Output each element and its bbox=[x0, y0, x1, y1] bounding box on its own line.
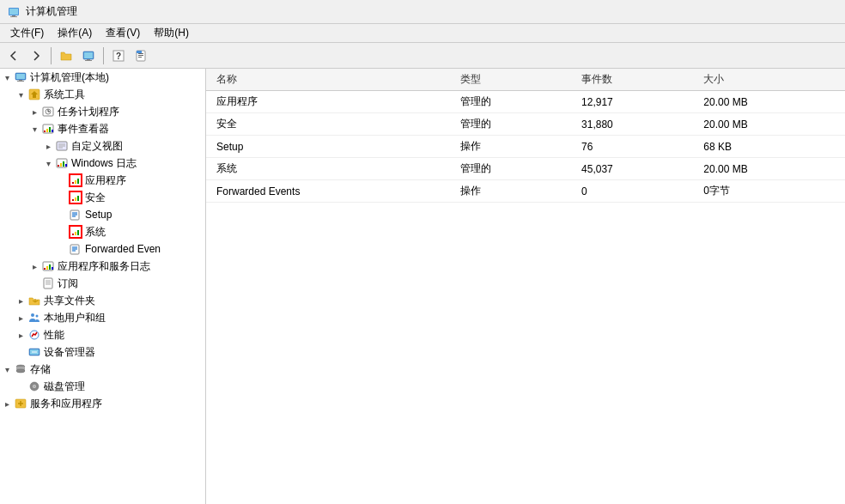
tools-icon bbox=[27, 88, 41, 101]
tree-node-windows-log[interactable]: ▾ Windows 日志 bbox=[0, 155, 205, 172]
system-log-label: 系统 bbox=[85, 225, 106, 240]
tree-node-subscription[interactable]: ▸ 订阅 bbox=[0, 275, 205, 292]
svg-rect-25 bbox=[44, 131, 46, 132]
svg-rect-73 bbox=[32, 351, 37, 353]
back-button[interactable] bbox=[3, 46, 24, 65]
tree-node-forwarded[interactable]: ▸ Forwarded Even bbox=[0, 240, 205, 258]
device-manager-label: 设备管理器 bbox=[44, 345, 95, 360]
storage-label: 存储 bbox=[30, 362, 51, 377]
windows-log-icon bbox=[55, 156, 69, 170]
monitor-button[interactable] bbox=[78, 46, 99, 65]
tree-node-event-viewer[interactable]: ▾ 事件查看器 bbox=[0, 120, 205, 137]
cell-events-1: 31,880 bbox=[571, 113, 693, 136]
cell-size-4: 0字节 bbox=[693, 180, 845, 203]
expand-custom-views[interactable]: ▸ bbox=[41, 142, 55, 151]
cell-events-3: 45,037 bbox=[571, 158, 693, 180]
expand-shared[interactable]: ▸ bbox=[14, 296, 27, 306]
tree-node-security-log[interactable]: ▸ 安全 bbox=[0, 189, 205, 206]
cell-name-3: 系统 bbox=[206, 158, 450, 180]
menu-bar: 文件(F) 操作(A) 查看(V) 帮助(H) bbox=[0, 24, 845, 43]
cell-type-0: 管理的 bbox=[450, 91, 571, 113]
expand-system-tools[interactable]: ▾ bbox=[14, 90, 27, 100]
expand-users[interactable]: ▸ bbox=[14, 313, 27, 323]
menu-view[interactable]: 查看(V) bbox=[99, 24, 147, 42]
tree-node-performance[interactable]: ▸ 性能 bbox=[0, 326, 205, 343]
svg-rect-60 bbox=[46, 266, 48, 270]
expand-windows-log[interactable]: ▾ bbox=[41, 159, 55, 168]
main-layout: ▾ 计算机管理(本地) ▾ 系统工具 bbox=[0, 69, 845, 504]
table-row[interactable]: 系统管理的45,03720.00 MB bbox=[206, 158, 845, 180]
app-service-label: 应用程序和服务日志 bbox=[58, 259, 150, 274]
tree-node-storage[interactable]: ▾ 存储 bbox=[0, 361, 205, 378]
tree-node-shared-folder[interactable]: ▸ 共享文件夹 bbox=[0, 292, 205, 309]
svg-rect-14 bbox=[137, 51, 142, 53]
properties-button[interactable] bbox=[131, 46, 151, 65]
svg-rect-13 bbox=[138, 57, 142, 58]
svg-rect-39 bbox=[72, 182, 74, 184]
cell-name-2: Setup bbox=[206, 136, 450, 158]
table-row[interactable]: 应用程序管理的12,91720.00 MB bbox=[206, 91, 845, 113]
tree-node-custom-views[interactable]: ▸ 自定义视图 bbox=[0, 137, 205, 155]
svg-rect-12 bbox=[138, 55, 143, 56]
expand-perf[interactable]: ▸ bbox=[14, 331, 27, 340]
svg-rect-45 bbox=[77, 196, 79, 201]
svg-rect-36 bbox=[63, 161, 64, 167]
tree-node-device-manager[interactable]: ▸ 设备管理器 bbox=[0, 343, 205, 361]
cell-size-2: 68 KB bbox=[693, 136, 845, 158]
performance-label: 性能 bbox=[44, 328, 64, 343]
table-row[interactable]: Setup操作7668 KB bbox=[206, 136, 845, 158]
col-header-name[interactable]: 名称 bbox=[206, 69, 450, 91]
folder-button[interactable] bbox=[56, 46, 76, 65]
root-label: 计算机管理(本地) bbox=[30, 70, 109, 85]
toolbar: ? bbox=[0, 43, 845, 69]
menu-file[interactable]: 文件(F) bbox=[3, 24, 51, 42]
cell-name-0: 应用程序 bbox=[206, 91, 450, 113]
tree-node-setup-log[interactable]: ▸ Setup bbox=[0, 206, 205, 223]
menu-action[interactable]: 操作(A) bbox=[51, 24, 99, 42]
col-header-type[interactable]: 类型 bbox=[450, 69, 571, 91]
toolbar-separator-2 bbox=[103, 47, 104, 64]
expand-services[interactable]: ▸ bbox=[0, 399, 14, 409]
svg-rect-18 bbox=[17, 81, 24, 82]
expand-task[interactable]: ▸ bbox=[27, 107, 41, 117]
shared-folder-icon bbox=[27, 294, 41, 307]
tree-node-task-scheduler[interactable]: ▸ 任务计划程序 bbox=[0, 103, 205, 120]
tree-node-system-tools[interactable]: ▾ 系统工具 bbox=[0, 86, 205, 103]
svg-rect-35 bbox=[60, 163, 62, 167]
tree-node-root[interactable]: ▾ 计算机管理(本地) bbox=[0, 69, 205, 86]
cell-type-3: 管理的 bbox=[450, 158, 571, 180]
tree-node-local-users[interactable]: ▸ 本地用户和组 bbox=[0, 309, 205, 326]
security-log-label: 安全 bbox=[85, 191, 106, 205]
app-log-icon bbox=[69, 173, 82, 187]
svg-rect-26 bbox=[46, 129, 48, 132]
svg-rect-3 bbox=[9, 9, 18, 15]
expand-storage[interactable]: ▾ bbox=[0, 365, 14, 374]
tree-node-system-log[interactable]: ▸ 系统 bbox=[0, 223, 205, 240]
svg-rect-53 bbox=[77, 230, 79, 235]
tree-node-app-service-logs[interactable]: ▸ 应用程序和服务日志 bbox=[0, 258, 205, 275]
subscription-label: 订阅 bbox=[58, 276, 78, 291]
svg-rect-34 bbox=[58, 165, 59, 167]
help-button[interactable]: ? bbox=[108, 46, 129, 65]
tree-node-services-apps[interactable]: ▸ 服务和应用程序 bbox=[0, 395, 205, 412]
tree-node-disk-management[interactable]: ▸ 磁盘管理 bbox=[0, 378, 205, 395]
svg-rect-41 bbox=[77, 179, 79, 184]
performance-icon bbox=[27, 328, 41, 342]
expand-app-service[interactable]: ▸ bbox=[27, 262, 41, 271]
cell-size-0: 20.00 MB bbox=[693, 91, 845, 113]
expand-event-viewer[interactable]: ▾ bbox=[27, 124, 41, 134]
menu-help[interactable]: 帮助(H) bbox=[147, 24, 196, 42]
users-icon bbox=[27, 311, 41, 325]
svg-rect-40 bbox=[75, 180, 76, 184]
table-row[interactable]: 安全管理的31,88020.00 MB bbox=[206, 113, 845, 136]
system-tools-label: 系统工具 bbox=[44, 88, 85, 102]
subscription-icon bbox=[41, 276, 55, 290]
svg-rect-61 bbox=[49, 264, 51, 270]
col-header-size[interactable]: 大小 bbox=[693, 69, 845, 91]
tree-node-app-log[interactable]: ▸ 应用程序 bbox=[0, 172, 205, 189]
expand-root[interactable]: ▾ bbox=[0, 73, 14, 82]
table-row[interactable]: Forwarded Events操作00字节 bbox=[206, 180, 845, 203]
forward-button[interactable] bbox=[26, 46, 46, 65]
task-icon bbox=[41, 105, 55, 118]
col-header-events[interactable]: 事件数 bbox=[571, 69, 693, 91]
